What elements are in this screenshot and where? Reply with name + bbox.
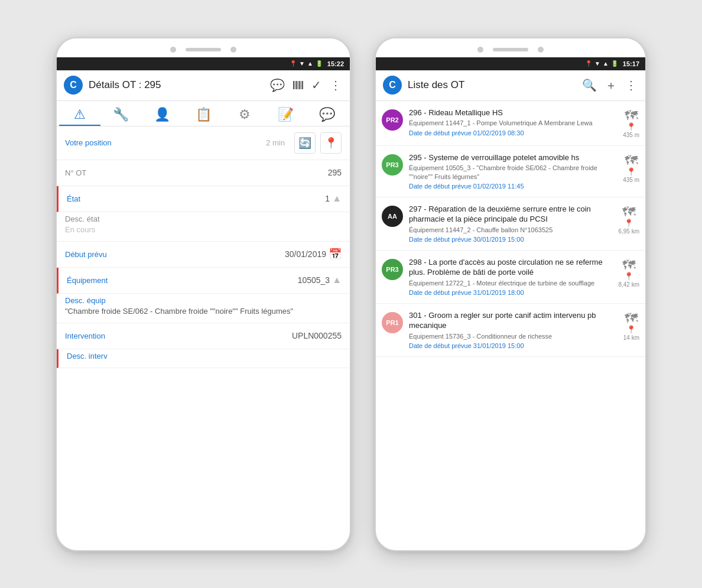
desc-etat-value: En cours	[65, 225, 342, 235]
item-content-4: 298 - La porte d'accès au poste circulat…	[409, 258, 612, 296]
network-icon-r: ▲	[603, 60, 609, 67]
signal-icon: 📍	[290, 60, 297, 67]
equipement-label: Équipement	[67, 276, 126, 285]
field-etat[interactable]: État 1 ▲	[57, 186, 350, 212]
left-app-header: C Détails OT : 295 💬 ✓ ⋮	[57, 70, 350, 101]
map-icon-1: 🗺	[625, 109, 638, 122]
map-button[interactable]: 📍	[320, 132, 342, 154]
etat-arrow: ▲	[332, 193, 342, 204]
item-map-2[interactable]: 🗺 📍 435 m	[623, 154, 639, 183]
item-title-4: 298 - La porte d'accès au poste circulat…	[409, 258, 612, 278]
item-map-4[interactable]: 🗺 📍 8,42 km	[618, 259, 639, 288]
field-desc-equip: Desc. équip "Chambre froide SE/062 - Cha…	[57, 294, 350, 323]
position-label: Votre position	[65, 138, 261, 147]
map-dist-4: 8,42 km	[618, 281, 639, 288]
add-icon[interactable]: ＋	[604, 76, 618, 95]
left-header-title: Détails OT : 295	[89, 79, 269, 91]
speaker-right	[493, 48, 528, 51]
item-equip-3: Équipement 11447_2 - Chauffe ballon N°10…	[409, 226, 612, 234]
desc-equip-value: "Chambre froide SE/062 - Chambre froide …	[65, 306, 342, 317]
refresh-icon: 🔄	[298, 137, 311, 150]
map-dist-2: 435 m	[623, 177, 639, 183]
list-item[interactable]: PR2 296 - Rideau Metallique HS Équipemen…	[376, 101, 645, 146]
header-actions-right: 🔍 ＋ ⋮	[581, 76, 638, 95]
position-value: 2 min	[266, 138, 285, 147]
tab-wrench[interactable]: 🔧	[100, 101, 142, 126]
item-equip-4: Équipement 12722_1 - Moteur électrique d…	[409, 279, 612, 287]
phone-top-bar-right	[376, 38, 645, 57]
item-content-2: 295 - Systeme de verrouillage potelet am…	[409, 153, 617, 190]
more-icon[interactable]: ⋮	[329, 77, 343, 93]
status-bar-right: 📍 ▼ ▲ 🔋 15:17	[376, 57, 645, 70]
list-item[interactable]: PR1 301 - Groom a regler sur porte canif…	[376, 304, 645, 357]
badge-pr3-4: PR3	[382, 259, 403, 280]
tab-notes[interactable]: 📝	[265, 101, 307, 126]
item-map-5[interactable]: 🗺 📍 14 km	[623, 312, 639, 341]
tab-chat[interactable]: 💬	[306, 101, 347, 126]
wifi-icon: ▼	[299, 60, 305, 67]
item-map-1[interactable]: 🗺 📍 435 m	[623, 109, 639, 138]
tab-settings[interactable]: ⚙	[224, 101, 265, 126]
item-date-1: Date de début prévue 01/02/2019 08:30	[409, 129, 617, 137]
status-time-left: 15:22	[327, 60, 344, 67]
item-date-4: Date de début prévue 31/01/2019 18:00	[409, 289, 612, 296]
item-equip-5: Équipement 15736_3 - Conditionneur de ri…	[409, 332, 618, 340]
tab-warning[interactable]: ⚠	[59, 101, 100, 126]
field-intervention: Intervention UPLN000255	[57, 323, 350, 349]
item-date-5: Date de début prévue 31/01/2019 15:00	[409, 342, 618, 349]
badge-pr3-2: PR3	[382, 154, 403, 176]
phone-top-bar	[57, 38, 350, 57]
ot-number-value: 295	[124, 168, 342, 177]
list-item[interactable]: PR3 295 - Systeme de verrouillage potele…	[376, 146, 645, 197]
search-icon[interactable]: 🔍	[581, 77, 598, 93]
map-pin-3: 📍	[624, 219, 633, 228]
desc-interv-label: Desc. interv	[67, 352, 342, 360]
app-logo-left: C	[64, 76, 83, 95]
item-title-2: 295 - Systeme de verrouillage potelet am…	[409, 153, 617, 163]
map-pin-5: 📍	[626, 325, 636, 334]
refresh-location-button[interactable]: 🔄	[294, 132, 316, 154]
etat-value: 1	[126, 194, 330, 203]
badge-aa: AA	[382, 206, 403, 227]
equipement-value: 10505_3	[126, 275, 330, 285]
position-row: Votre position 2 min 🔄 📍	[57, 126, 350, 160]
field-ot-number: N° OT 295	[57, 160, 350, 186]
field-equipement[interactable]: Équipement 10505_3 ▲	[57, 268, 350, 294]
item-date-2: Date de début prévue 01/02/2019 11:45	[409, 183, 617, 190]
list-item[interactable]: AA 297 - Réparation de la deuxième serru…	[376, 197, 645, 251]
map-icon-4: 🗺	[622, 259, 635, 272]
map-icon: 📍	[324, 137, 337, 150]
map-icon-3: 🗺	[622, 206, 635, 219]
item-map-3[interactable]: 🗺 📍 6,95 km	[618, 206, 639, 235]
tab-person[interactable]: 👤	[141, 101, 183, 126]
debut-prevu-label: Début prévu	[65, 250, 124, 259]
list-item[interactable]: PR3 298 - La porte d'accès au poste circ…	[376, 251, 645, 304]
tab-clipboard[interactable]: 📋	[183, 101, 224, 126]
tab-bar-left: ⚠ 🔧 👤 📋 ⚙ 📝 💬	[57, 101, 350, 126]
status-bar-left: 📍 ▼ ▲ 🔋 15:22	[57, 57, 350, 70]
more-icon-r[interactable]: ⋮	[624, 77, 638, 93]
right-app-header: C Liste des OT 🔍 ＋ ⋮	[376, 70, 645, 101]
map-dist-1: 435 m	[623, 132, 639, 138]
map-icon-5: 🗺	[625, 312, 638, 325]
chat-icon[interactable]: 💬	[269, 77, 286, 93]
signal-icon-r: 📍	[585, 60, 592, 67]
intervention-label: Intervention	[65, 332, 124, 340]
item-title-3: 297 - Réparation de la deuxième serrure …	[409, 204, 612, 225]
status-time-right: 15:17	[623, 60, 639, 67]
item-equip-1: Équipement 11447_1 - Pompe Volumetrique …	[409, 119, 617, 127]
check-icon[interactable]: ✓	[310, 77, 323, 93]
battery-icon: 🔋	[316, 60, 323, 67]
map-dist-3: 6,95 km	[618, 228, 639, 235]
ot-number-label: N° OT	[65, 168, 124, 177]
map-pin-2: 📍	[626, 167, 636, 176]
speaker	[186, 48, 221, 51]
item-content-5: 301 - Groom a regler sur porte canif act…	[409, 311, 618, 349]
badge-pr2: PR2	[382, 109, 403, 131]
equipement-arrow: ▲	[332, 275, 342, 285]
barcode-icon[interactable]	[292, 77, 304, 93]
sensor-right	[538, 47, 544, 53]
item-date-3: Date de début prévue 30/01/2019 15:00	[409, 236, 612, 243]
field-debut-prevu[interactable]: Début prévu 30/01/2019 📅	[57, 242, 350, 268]
front-camera-right	[477, 47, 483, 53]
